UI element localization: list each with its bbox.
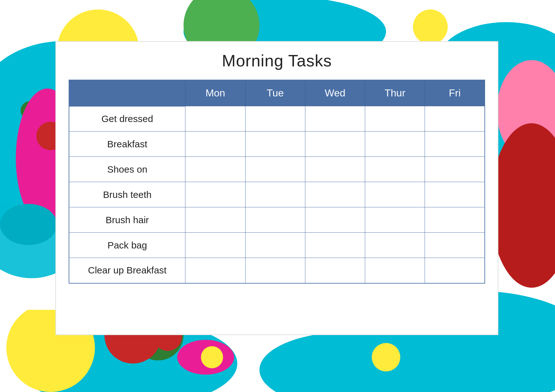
task-label: Clear up Breakfast: [69, 258, 185, 283]
svg-point-21: [527, 248, 549, 270]
task-cell[interactable]: [305, 233, 365, 258]
svg-point-10: [413, 9, 448, 44]
header-fri: Fri: [425, 80, 485, 106]
task-cell[interactable]: [185, 182, 245, 207]
header-mon: Mon: [185, 80, 245, 106]
task-cell[interactable]: [245, 207, 305, 233]
table-row: Get dressed: [69, 106, 485, 132]
task-cell[interactable]: [365, 182, 425, 207]
svg-point-16: [514, 207, 530, 223]
svg-point-25: [0, 204, 57, 245]
task-cell[interactable]: [425, 258, 485, 283]
task-cell[interactable]: [425, 182, 485, 207]
task-cell[interactable]: [245, 157, 305, 182]
task-cell[interactable]: [245, 132, 305, 157]
table-row: Clear up Breakfast: [69, 258, 485, 283]
page-title: Morning Tasks: [69, 51, 485, 70]
morning-tasks-table: Mon Tue Wed Thur Fri Get dressedBreakfas…: [69, 80, 485, 284]
header-tue: Tue: [245, 80, 305, 106]
task-label: Get dressed: [69, 106, 185, 132]
task-label: Breakfast: [69, 132, 185, 157]
task-cell[interactable]: [425, 106, 485, 132]
svg-point-15: [21, 101, 40, 120]
task-cell[interactable]: [425, 207, 485, 233]
table-row: Breakfast: [69, 132, 485, 157]
task-cell[interactable]: [365, 157, 425, 182]
main-card: Morning Tasks Mon Tue Wed Thur Fri Get d…: [55, 41, 498, 335]
table-row: Shoes on: [69, 157, 485, 182]
task-cell[interactable]: [185, 132, 245, 157]
task-cell[interactable]: [185, 157, 245, 182]
header-wed: Wed: [305, 80, 365, 106]
table-row: Brush hair: [69, 207, 485, 233]
svg-point-27: [201, 346, 223, 368]
task-cell[interactable]: [245, 258, 305, 283]
svg-point-19: [497, 60, 555, 161]
task-cell[interactable]: [185, 258, 245, 283]
task-cell[interactable]: [305, 207, 365, 233]
header-task: [69, 80, 185, 106]
task-cell[interactable]: [305, 106, 365, 132]
task-cell[interactable]: [305, 258, 365, 283]
table-row: Pack bag: [69, 233, 485, 258]
task-cell[interactable]: [425, 132, 485, 157]
table-header-row: Mon Tue Wed Thur Fri: [69, 80, 485, 106]
task-cell[interactable]: [305, 157, 365, 182]
table-row: Brush teeth: [69, 182, 485, 207]
task-cell[interactable]: [365, 207, 425, 233]
svg-point-20: [177, 340, 234, 375]
task-cell[interactable]: [245, 106, 305, 132]
task-label: Pack bag: [69, 233, 185, 258]
task-label: Brush hair: [69, 207, 185, 233]
task-cell[interactable]: [425, 233, 485, 258]
task-label: Shoes on: [69, 157, 185, 182]
task-cell[interactable]: [185, 106, 245, 132]
svg-point-23: [490, 123, 555, 288]
task-cell[interactable]: [425, 157, 485, 182]
task-cell[interactable]: [245, 233, 305, 258]
task-cell[interactable]: [365, 132, 425, 157]
task-cell[interactable]: [365, 233, 425, 258]
task-cell[interactable]: [185, 207, 245, 233]
task-cell[interactable]: [185, 233, 245, 258]
svg-point-8: [259, 332, 437, 392]
svg-point-11: [372, 343, 400, 371]
header-thur: Thur: [365, 80, 425, 106]
task-cell[interactable]: [305, 132, 365, 157]
task-cell[interactable]: [365, 258, 425, 283]
task-cell[interactable]: [365, 106, 425, 132]
task-label: Brush teeth: [69, 182, 185, 207]
task-cell[interactable]: [245, 182, 305, 207]
task-cell[interactable]: [305, 182, 365, 207]
